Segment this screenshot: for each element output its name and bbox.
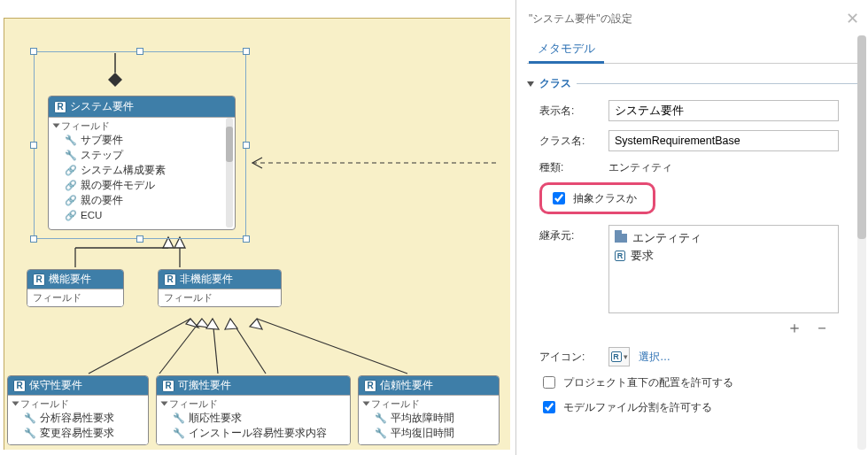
wrench-icon: 🔧 [375,426,387,441]
r-icon: R [33,274,45,286]
field-label: ステップ [81,148,123,163]
display-name-input[interactable] [608,100,839,121]
r-icon: R [13,380,26,392]
resize-handle[interactable] [136,235,143,243]
tab-bar: メタモデル [527,37,864,64]
resize-handle[interactable] [243,142,250,149]
chain-icon: 🔗 [65,163,77,178]
r-icon: R [54,101,66,113]
wrench-icon: 🔧 [24,426,36,441]
class-box-nonfunctional[interactable]: R 非機能要件 フィールド [158,269,282,307]
field-item: 🔗親の要件 [65,193,229,208]
label-kind: 種類: [539,160,600,175]
class-title-label: 信頼性要件 [380,378,433,393]
chevron-down-icon [527,81,534,87]
field-item: 🔧平均復旧時間 [375,426,493,441]
class-box-portability[interactable]: R 可搬性要件 フィールド 🔧順応性要求🔧インストール容易性要求内容 [156,375,351,445]
label-allow-project-root: プロジェクト直下の配置を許可する [563,375,733,390]
r-icon: R [615,251,625,261]
close-icon[interactable]: ✕ [846,9,859,28]
label-class-name: クラス名: [539,134,600,149]
class-box-maintainability[interactable]: R 保守性要件 フィールド 🔧分析容易性要求🔧変更容易性要求 [7,375,149,445]
field-label: 親の要件モデル [81,178,155,193]
wrench-icon: 🔧 [65,133,77,148]
class-fields-section: フィールド 🔧サブ要件🔧ステップ🔗システム構成要素🔗親の要件モデル🔗親の要件🔗E… [49,117,235,227]
field-item: 🔧ステップ [65,148,229,163]
inherit-listbox[interactable]: エンティティ R 要求 [608,225,839,313]
class-title-label: 可搬性要件 [178,378,231,393]
label-inherit: 継承元: [539,225,600,243]
field-item: 🔧インストール容易性要求内容 [173,426,345,441]
inherit-item: エンティティ [632,229,701,247]
properties-panel: "システム要件"の設定 ✕ メタモデル クラス 表示名: クラス名: 種類: エ… [515,0,868,455]
chain-icon: 🔗 [65,193,77,208]
field-label: ECU [81,208,102,223]
tab-metamodel[interactable]: メタモデル [529,37,604,64]
wrench-icon: 🔧 [173,426,185,441]
label-allow-split: モデルファイル分割を許可する [563,400,712,415]
class-title: R システム要件 [49,96,235,117]
class-title-label: 保守性要件 [29,378,82,393]
field-label: 順応性要求 [189,411,242,426]
label-abstract: 抽象クラスか [573,191,637,206]
class-title-label: 非機能要件 [180,272,233,287]
field-label: インストール容易性要求内容 [189,426,327,441]
resize-handle[interactable] [136,48,143,55]
class-title-label: 機能要件 [49,272,91,287]
class-title-label: システム要件 [70,99,134,114]
panel-scrollbar[interactable] [857,35,866,450]
r-icon: R [162,380,174,392]
field-item: 🔗ECU [65,208,229,223]
remove-inherit-button[interactable]: － [814,319,830,336]
r-icon: R [364,380,376,392]
class-box-functional[interactable]: R 機能要件 フィールド [27,269,124,307]
allow-project-root-checkbox[interactable] [543,376,555,389]
add-inherit-button[interactable]: ＋ [787,319,802,336]
field-label: 親の要件 [81,193,123,208]
field-item: 🔧サブ要件 [65,133,229,148]
wrench-icon: 🔧 [24,411,36,426]
r-icon: R [164,274,176,286]
allow-split-checkbox[interactable] [543,401,555,413]
class-scrollbar[interactable] [226,118,233,228]
class-name-input[interactable] [608,130,839,151]
resize-handle[interactable] [30,142,37,149]
class-box-reliability[interactable]: R 信頼性要件 フィールド 🔧平均故障時間🔧平均復旧時間 [358,375,500,445]
resize-handle[interactable] [30,48,37,55]
panel-title: "システム要件"の設定 [529,12,632,27]
class-box-system-requirement[interactable]: R システム要件 フィールド 🔧サブ要件🔧ステップ🔗システム構成要素🔗親の要件モ… [48,96,236,230]
field-item: 🔧変更容易性要求 [24,426,143,441]
wrench-icon: 🔧 [173,411,185,426]
resize-handle[interactable] [243,235,250,243]
diagram-canvas[interactable]: R システム要件 フィールド 🔧サブ要件🔧ステップ🔗システム構成要素🔗親の要件モ… [0,0,512,455]
field-label: 分析容易性要求 [40,411,114,426]
chain-icon: 🔗 [65,208,77,223]
resize-handle[interactable] [243,48,250,55]
entity-icon [615,234,627,243]
kind-value: エンティティ [608,160,672,175]
field-label: システム構成要素 [81,163,166,178]
select-icon-link[interactable]: 選択… [639,350,670,365]
field-label: 変更容易性要求 [40,426,114,441]
field-label: 平均故障時間 [391,411,454,426]
chain-icon: 🔗 [65,178,77,193]
wrench-icon: 🔧 [375,411,387,426]
field-item: 🔗システム構成要素 [65,163,229,178]
field-item: 🔗親の要件モデル [65,178,229,193]
abstract-highlight: 抽象クラスか [539,182,655,214]
section-class[interactable]: クラス [527,76,864,91]
field-item: 🔧平均故障時間 [375,411,493,426]
field-item: 🔧分析容易性要求 [24,411,143,426]
inherit-item: 要求 [631,247,654,265]
resize-handle[interactable] [30,235,37,243]
label-icon: アイコン: [539,350,600,365]
field-label: 平均復旧時間 [391,426,454,441]
wrench-icon: 🔧 [65,148,77,163]
label-display-name: 表示名: [539,104,600,119]
field-item: 🔧順応性要求 [173,411,345,426]
icon-preview[interactable]: R▾ [608,347,630,366]
abstract-checkbox[interactable] [553,192,565,204]
field-label: サブ要件 [81,133,123,148]
